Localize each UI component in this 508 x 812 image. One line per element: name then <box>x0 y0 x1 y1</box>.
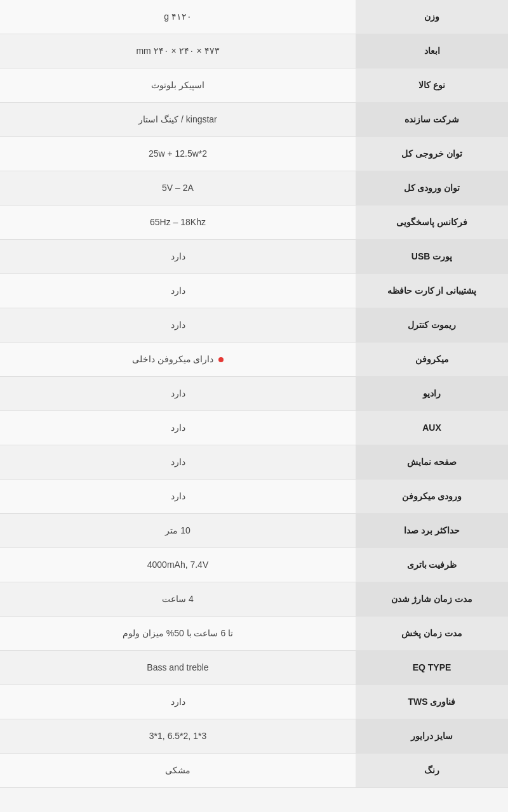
spec-label-21: سایز درایور <box>356 719 508 754</box>
spec-value-17: 4 ساعت <box>0 582 356 617</box>
spec-value-13: دارد <box>0 445 356 480</box>
spec-value-3: kingstar / کینگ استار <box>0 103 356 137</box>
specs-table: وزن۴۱۲۰ gابعاد۴۷۳ × ۲۴۰ × ۲۴۰ mmنوع کالا… <box>0 0 508 788</box>
spec-label-4: توان خروجی کل <box>356 137 508 171</box>
spec-value-11: دارد <box>0 377 356 411</box>
spec-label-20: فناوری TWS <box>356 685 508 719</box>
spec-label-16: ظرفیت باتری <box>356 548 508 582</box>
spec-label-10: میکروفن <box>356 343 508 377</box>
spec-value-19: Bass and treble <box>0 651 356 685</box>
spec-label-13: صفحه نمایش <box>356 445 508 480</box>
spec-value-21: 3*1 ,2*6.5 ,1*3 <box>0 719 356 754</box>
spec-label-14: ورودی میکروفن <box>356 480 508 514</box>
spec-label-1: ابعاد <box>356 34 508 69</box>
spec-label-2: نوع کالا <box>356 69 508 103</box>
spec-value-0: ۴۱۲۰ g <box>0 0 356 34</box>
spec-label-0: وزن <box>356 0 508 34</box>
spec-value-14: دارد <box>0 480 356 514</box>
spec-value-10: دارای میکروفن داخلی <box>0 343 356 377</box>
spec-label-19: EQ TYPE <box>356 651 508 685</box>
spec-value-15: 10 متر <box>0 514 356 548</box>
spec-label-22: رنگ <box>356 754 508 788</box>
spec-value-5: 5V – 2A <box>0 171 356 206</box>
spec-value-9: دارد <box>0 308 356 343</box>
spec-label-8: پشتیبانی از کارت حافظه <box>356 274 508 308</box>
spec-value-1: ۴۷۳ × ۲۴۰ × ۲۴۰ mm <box>0 34 356 69</box>
spec-label-12: AUX <box>356 411 508 445</box>
spec-label-9: ریموت کنترل <box>356 308 508 343</box>
spec-value-18: تا 6 ساعت با 50% میزان ولوم <box>0 617 356 651</box>
red-dot-icon <box>218 357 224 362</box>
spec-value-22: مشکی <box>0 754 356 788</box>
spec-label-3: شرکت سازنده <box>356 103 508 137</box>
spec-label-17: مدت زمان شارژ شدن <box>356 582 508 617</box>
spec-value-20: دارد <box>0 685 356 719</box>
spec-value-7: دارد <box>0 240 356 274</box>
spec-value-12: دارد <box>0 411 356 445</box>
spec-value-8: دارد <box>0 274 356 308</box>
spec-label-11: رادیو <box>356 377 508 411</box>
spec-value-4: 25w + 12.5w*2 <box>0 137 356 171</box>
spec-label-15: حداکثر برد صدا <box>356 514 508 548</box>
spec-value-2: اسپیکر بلوتوث <box>0 69 356 103</box>
spec-value-6: 65Hz – 18Khz <box>0 206 356 240</box>
spec-label-6: فرکانس پاسخگویی <box>356 206 508 240</box>
spec-label-5: توان ورودی کل <box>356 171 508 206</box>
spec-label-18: مدت زمان پخش <box>356 617 508 651</box>
spec-value-16: 4000mAh, 7.4V <box>0 548 356 582</box>
spec-label-7: پورت USB <box>356 240 508 274</box>
